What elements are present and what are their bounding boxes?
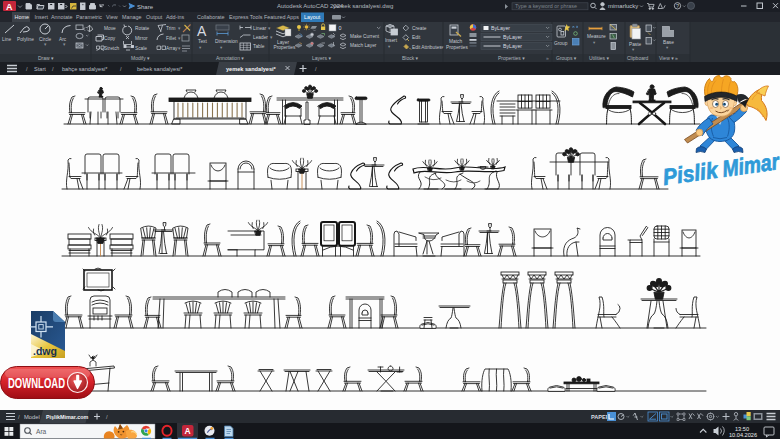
svg-text:Dimension: Dimension xyxy=(215,39,238,44)
svg-text:Share: Share xyxy=(137,4,154,10)
svg-text:Mimar: Mimar xyxy=(721,148,780,182)
svg-text:Add-ins: Add-ins xyxy=(166,14,185,20)
svg-text:▾: ▾ xyxy=(178,36,181,41)
svg-text:▾: ▾ xyxy=(44,42,47,47)
svg-text:PişlikMimar.com: PişlikMimar.com xyxy=(46,414,88,420)
svg-text:yemek sandalyesi*: yemek sandalyesi* xyxy=(226,66,277,72)
svg-text:▾: ▾ xyxy=(270,35,273,40)
svg-text:/: / xyxy=(26,66,28,72)
svg-text:Clipboard: Clipboard xyxy=(627,55,649,61)
svg-text:Start: Start xyxy=(34,66,46,72)
svg-text:/: / xyxy=(120,66,122,72)
svg-text:Model: Model xyxy=(24,414,40,420)
svg-text:Measure: Measure xyxy=(587,34,606,39)
svg-text:▾: ▾ xyxy=(441,45,444,50)
svg-text:Arc: Arc xyxy=(59,37,67,42)
svg-text:Paste: Paste xyxy=(629,42,642,47)
svg-text:Match: Match xyxy=(449,39,462,44)
svg-text:Express Tools: Express Tools xyxy=(229,14,263,20)
svg-text:Layers ▾: Layers ▾ xyxy=(312,55,331,61)
svg-text:Make Current: Make Current xyxy=(350,34,380,39)
svg-text:Base: Base xyxy=(663,40,674,45)
svg-text:▾: ▾ xyxy=(268,26,271,31)
svg-text:Match Layer: Match Layer xyxy=(350,43,377,48)
svg-text:Fillet: Fillet xyxy=(166,36,177,41)
svg-text:ByLayer: ByLayer xyxy=(503,43,522,49)
svg-text:?: ? xyxy=(676,3,679,9)
svg-text:▾: ▾ xyxy=(220,45,223,50)
svg-text:A: A xyxy=(185,426,191,436)
svg-text:Type a keyword or phrase: Type a keyword or phrase xyxy=(515,3,577,9)
svg-text:Layout: Layout xyxy=(304,14,321,20)
svg-text:Table: Table xyxy=(253,44,265,49)
svg-text:DOWNLOAD: DOWNLOAD xyxy=(8,375,65,391)
svg-text:Insert: Insert xyxy=(385,38,398,43)
svg-text:View ▾ »: View ▾ » xyxy=(659,55,678,61)
svg-text:Pislik: Pislik xyxy=(661,157,720,191)
svg-text:A: A xyxy=(197,23,207,39)
svg-text:mimarlucky: mimarlucky xyxy=(608,3,638,9)
svg-text:▾: ▾ xyxy=(593,40,596,45)
svg-text:Groups ▾: Groups ▾ xyxy=(556,55,577,61)
svg-text:Properties: Properties xyxy=(446,45,468,50)
svg-text:Stretch: Stretch xyxy=(104,46,120,51)
svg-text:Insert: Insert xyxy=(35,14,49,20)
svg-text:Output: Output xyxy=(146,14,163,20)
svg-text:Properties ▾: Properties ▾ xyxy=(498,55,525,61)
svg-text:Properties: Properties xyxy=(274,45,296,50)
svg-text:▾: ▾ xyxy=(632,47,635,52)
svg-text:Modify ▾: Modify ▾ xyxy=(131,55,150,61)
svg-text:Linear: Linear xyxy=(253,26,267,31)
svg-text:13:50: 13:50 xyxy=(735,426,749,432)
svg-text:10.04.2026: 10.04.2026 xyxy=(729,432,757,438)
svg-text:Text: Text xyxy=(198,39,207,44)
svg-text:Featured Apps: Featured Apps xyxy=(264,14,299,20)
svg-text:Circle: Circle xyxy=(39,37,52,42)
svg-text:Mirror: Mirror xyxy=(135,36,148,41)
svg-text:Manage: Manage xyxy=(122,14,141,20)
svg-text:Collaborate: Collaborate xyxy=(197,14,225,20)
svg-text:A: A xyxy=(6,2,13,12)
svg-text:▾: ▾ xyxy=(666,45,669,50)
svg-text:Block ▾: Block ▾ xyxy=(402,55,419,61)
svg-text:Parametric: Parametric xyxy=(76,14,102,20)
svg-text:Utilities ▾: Utilities ▾ xyxy=(589,55,610,61)
svg-text:ByLayer: ByLayer xyxy=(503,34,522,40)
svg-text:Move: Move xyxy=(104,26,116,31)
svg-text:Trim: Trim xyxy=(166,26,175,31)
svg-text:yemek sandalyesi.dwg: yemek sandalyesi.dwg xyxy=(333,3,393,9)
svg-text:bebek sandalyesi*: bebek sandalyesi* xyxy=(137,66,183,72)
svg-text:Layer: Layer xyxy=(277,40,289,45)
svg-text:▾: ▾ xyxy=(178,26,181,31)
svg-text:bahçe sandalyesi*: bahçe sandalyesi* xyxy=(62,66,108,72)
svg-text:▾: ▾ xyxy=(388,44,391,49)
svg-text:Draw ▾: Draw ▾ xyxy=(38,55,54,61)
svg-text:/: / xyxy=(52,66,54,72)
svg-text:Scale: Scale xyxy=(135,46,147,51)
svg-text:Rotate: Rotate xyxy=(135,26,149,31)
svg-text:.dwg: .dwg xyxy=(33,345,57,357)
svg-text:Polyline: Polyline xyxy=(17,37,34,42)
svg-text:Edit: Edit xyxy=(412,35,421,40)
svg-text:Leader: Leader xyxy=(253,35,268,40)
svg-text:Ara: Ara xyxy=(36,428,47,435)
svg-text:Array: Array xyxy=(166,46,178,51)
svg-text:▾: ▾ xyxy=(63,42,66,47)
svg-text:»: » xyxy=(546,55,549,61)
svg-text:ByLayer: ByLayer xyxy=(491,25,510,31)
svg-text:Create: Create xyxy=(412,26,427,31)
svg-text:Annotation ▾: Annotation ▾ xyxy=(216,55,244,61)
svg-text:0: 0 xyxy=(339,25,342,31)
svg-text:Edit Attributes: Edit Attributes xyxy=(412,45,442,50)
svg-text:/: / xyxy=(315,66,317,72)
svg-text:Copy: Copy xyxy=(104,36,116,41)
svg-text:View: View xyxy=(106,14,118,20)
svg-text:Home: Home xyxy=(15,14,29,20)
svg-text:Group: Group xyxy=(554,41,568,46)
svg-text:Line: Line xyxy=(2,37,11,42)
svg-text:▾: ▾ xyxy=(199,45,202,50)
svg-text:Annotate: Annotate xyxy=(51,14,73,20)
svg-text:▾: ▾ xyxy=(178,46,181,51)
